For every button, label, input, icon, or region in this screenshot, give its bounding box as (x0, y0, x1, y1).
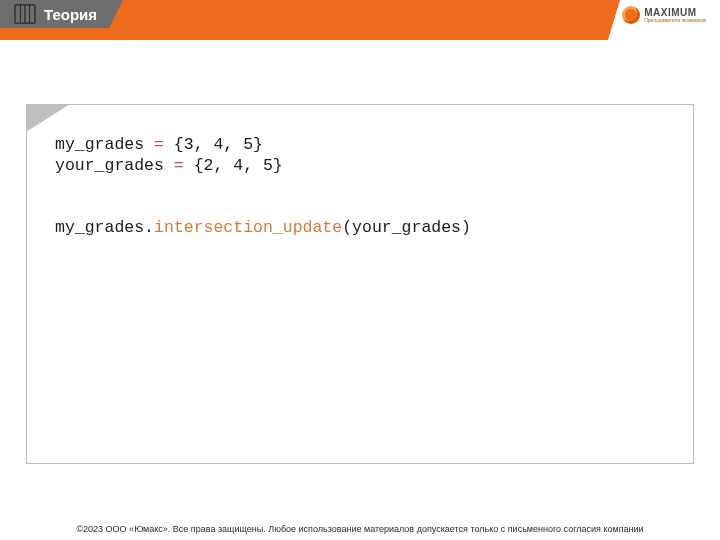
brand-logo: MAXIMUM Преподаватели экзаменов (622, 6, 706, 24)
code-text: my_grades. (55, 218, 154, 237)
brand-name: MAXIMUM (644, 8, 706, 18)
code-text: your_grades (55, 156, 174, 175)
code-panel: my_grades = {3, 4, 5} your_grades = {2, … (26, 104, 694, 464)
header: Теория MAXIMUM Преподаватели экзаменов (0, 0, 720, 40)
code-text: {2, 4, 5} (184, 156, 283, 175)
code-text: my_grades (55, 135, 154, 154)
brand-logo-mark (622, 6, 640, 24)
copyright-text: ©2023 ООО «Юмакс». Все права защищены. Л… (76, 524, 643, 534)
book-icon (14, 4, 36, 24)
code-block: my_grades = {3, 4, 5} your_grades = {2, … (55, 135, 673, 238)
code-text: {3, 4, 5} (164, 135, 263, 154)
code-operator: = (174, 156, 184, 175)
footer: ©2023 ООО «Юмакс». Все права защищены. Л… (0, 524, 720, 534)
section-tab-label: Теория (44, 6, 97, 23)
brand-tagline: Преподаватели экзаменов (644, 18, 706, 23)
code-text: (your_grades) (342, 218, 471, 237)
panel-corner-fold (26, 104, 70, 132)
code-method: intersection_update (154, 218, 342, 237)
brand-logo-text: MAXIMUM Преподаватели экзаменов (644, 8, 706, 23)
code-operator: = (154, 135, 164, 154)
slide: Теория MAXIMUM Преподаватели экзаменов m… (0, 0, 720, 540)
